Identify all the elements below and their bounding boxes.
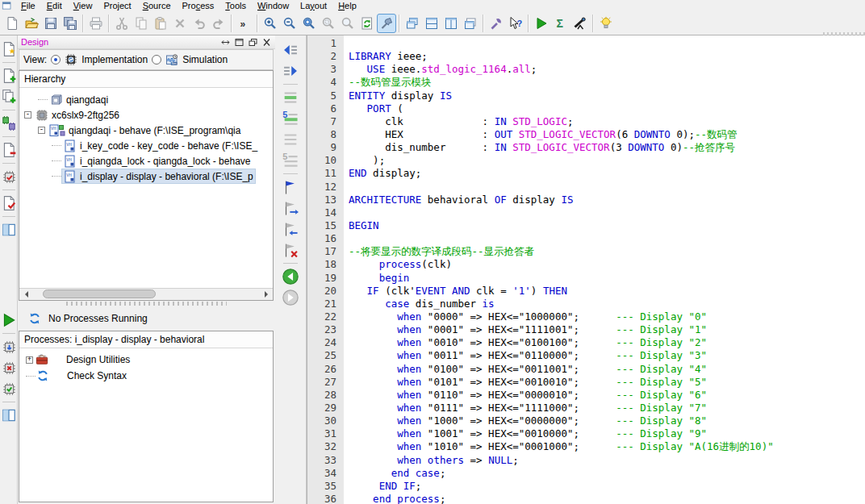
menu-help[interactable]: Help <box>332 1 362 10</box>
hierarchy-row[interactable]: VHi_display - display - behavioral (F:\I… <box>19 169 273 184</box>
cascade-windows-button[interactable] <box>403 14 422 33</box>
menu-window[interactable]: Window <box>252 1 295 10</box>
view-option-label[interactable]: Simulation <box>182 54 228 65</box>
collapse-icon[interactable]: - <box>24 111 31 119</box>
redo-button[interactable] <box>209 14 228 33</box>
hierarchy-row[interactable]: -VHqiangdaqi - behave (F:\ISE_program\qi… <box>19 123 273 138</box>
hierarchy-hscrollbar[interactable] <box>19 288 273 300</box>
hierarchy-row[interactable]: -xc6slx9-2ftg256 <box>19 107 273 123</box>
code-editor[interactable]: 12LIBRARY ieee;3 USE ieee.std_logic_1164… <box>307 35 865 504</box>
zoom-region-button[interactable] <box>319 14 338 33</box>
highlight-lines-off-button[interactable] <box>282 131 299 148</box>
copy-button[interactable] <box>132 14 151 33</box>
delete-item-button[interactable] <box>170 14 190 33</box>
hierarchy-item[interactable]: qiangdaqi <box>48 93 110 106</box>
toolbar-overflow-button[interactable]: » <box>235 14 254 33</box>
shift-left-button[interactable] <box>282 41 299 59</box>
code-line: 27 when "0101" => HEX<="0010010"; --- Di… <box>307 376 865 389</box>
wrench-tool-button[interactable] <box>487 14 506 33</box>
shift-right-button[interactable] <box>282 62 299 80</box>
view-radio-simulation[interactable] <box>152 55 161 65</box>
scrollbar-track[interactable] <box>31 289 261 300</box>
hierarchy-row[interactable]: VHi_key_code - key_code - behave (F:\ISE… <box>19 138 273 153</box>
device-check-button[interactable] <box>1 169 17 185</box>
scroll-left-arrow[interactable] <box>19 289 31 300</box>
remove-source-button[interactable] <box>1 142 17 158</box>
view-radio-implementation[interactable] <box>51 55 61 65</box>
arrange-windows-button[interactable] <box>461 14 480 33</box>
goto-line-button[interactable]: 5 <box>282 110 299 127</box>
undo-button[interactable] <box>190 14 209 33</box>
nav-back-button[interactable] <box>282 268 299 285</box>
menu-process[interactable]: Process <box>177 1 220 10</box>
toggle-bookmark-button[interactable] <box>282 178 299 196</box>
zoom-full-button[interactable] <box>299 14 319 33</box>
run-process-button[interactable] <box>532 14 551 33</box>
new-document-button[interactable] <box>2 14 22 33</box>
hierarchy-item[interactable]: VHi_qiangda_lock - qiangda_lock - behave <box>62 154 252 168</box>
tree-guide <box>26 376 36 377</box>
line-number: 14 <box>307 206 344 219</box>
scroll-right-arrow[interactable] <box>261 289 273 300</box>
close-panel-icon[interactable] <box>261 38 272 47</box>
run-process-button[interactable] <box>1 312 17 328</box>
rerun-process-button[interactable] <box>1 339 17 355</box>
add-copy-source-button[interactable] <box>1 89 17 105</box>
prev-bookmark-button[interactable] <box>282 220 299 238</box>
rerun-all-button[interactable] <box>1 381 17 397</box>
hierarchy-row[interactable]: VHi_qiangda_lock - qiangda_lock - behave <box>19 153 273 169</box>
nav-forward-button[interactable] <box>282 289 299 306</box>
menu-view[interactable]: View <box>68 1 98 10</box>
goto-line-off-button[interactable]: 5 <box>282 152 299 169</box>
analyze-design-button[interactable] <box>570 14 590 33</box>
zoom-point-button[interactable] <box>338 14 357 33</box>
add-source-button[interactable] <box>1 68 17 84</box>
collapse-icon[interactable]: - <box>38 127 45 134</box>
check-doc-button[interactable] <box>1 195 17 211</box>
print-button[interactable] <box>86 14 106 33</box>
process-row[interactable]: Check Syntax <box>19 368 273 384</box>
save-all-button[interactable] <box>61 14 80 33</box>
hierarchy-item[interactable]: xc6slx9-2ftg256 <box>34 108 121 122</box>
run-simulation-button[interactable]: Σ <box>551 14 570 33</box>
menu-file[interactable]: File <box>15 1 41 10</box>
pan-tool-button[interactable] <box>377 14 396 33</box>
hierarchy-item[interactable]: VHi_key_code - key_code - behave (F:\ISE… <box>62 139 259 152</box>
hierarchy-item-selected[interactable]: VHi_display - display - behavioral (F:\I… <box>62 169 255 183</box>
show-tip-button[interactable] <box>596 14 616 33</box>
cut-button[interactable] <box>112 14 132 33</box>
open-project-button[interactable] <box>22 14 41 33</box>
columns-view-button[interactable] <box>1 407 17 423</box>
restore-panel-icon[interactable] <box>248 38 258 47</box>
refresh-view-button[interactable] <box>357 14 377 33</box>
clear-bookmarks-button[interactable] <box>282 241 299 259</box>
menu-edit[interactable]: Edit <box>41 1 68 10</box>
save-button[interactable] <box>41 14 61 33</box>
next-bookmark-button[interactable] <box>282 199 299 217</box>
highlight-lines-button[interactable] <box>282 89 299 106</box>
float-panel-icon[interactable] <box>220 38 231 47</box>
view-option-label[interactable]: Implementation <box>81 54 148 65</box>
scrollbar-thumb[interactable] <box>43 289 156 298</box>
columns-view-button[interactable] <box>1 222 17 238</box>
new-source-button[interactable] <box>1 41 17 57</box>
menu-source[interactable]: Source <box>137 1 177 10</box>
stop-process-button[interactable] <box>1 360 17 376</box>
expand-icon[interactable]: + <box>26 356 33 364</box>
paste-button[interactable] <box>151 14 170 33</box>
zoom-in-button[interactable] <box>261 14 280 33</box>
maximize-panel-icon[interactable] <box>234 38 244 47</box>
menu-layout[interactable]: Layout <box>295 1 332 10</box>
menu-tools[interactable]: Tools <box>219 1 252 10</box>
tile-horizontal-button[interactable] <box>422 14 441 33</box>
context-help-button[interactable]: ? <box>506 14 525 33</box>
menu-project[interactable]: Project <box>98 1 136 10</box>
new-partition-button[interactable] <box>1 115 17 131</box>
process-row[interactable]: +Design Utilities <box>19 352 273 368</box>
code-text: end case; <box>344 467 445 480</box>
hierarchy-row[interactable]: qiangdaqi <box>19 92 273 107</box>
panel-splitter[interactable] <box>66 302 227 306</box>
zoom-out-button[interactable] <box>280 14 299 33</box>
hierarchy-item[interactable]: VHqiangdaqi - behave (F:\ISE_program\qia <box>48 123 242 137</box>
tile-vertical-button[interactable] <box>441 14 461 33</box>
